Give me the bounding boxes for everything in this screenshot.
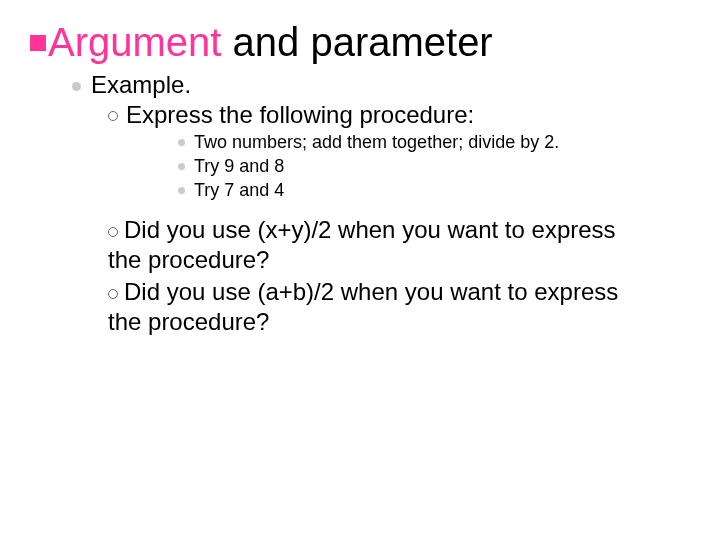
level3-text-c: Try 7 and 4 xyxy=(194,180,284,201)
title-accent-word: Argument xyxy=(48,20,221,64)
level3-text-b: Try 9 and 8 xyxy=(194,156,284,177)
level2-text: Express the following procedure: xyxy=(126,101,474,129)
bullet-level2-q2: Did you use (a+b)/2 when you want to exp… xyxy=(108,277,690,337)
bullet-level1-example: Example. xyxy=(72,71,690,99)
level3-text-a: Two numbers; add them together; divide b… xyxy=(194,132,559,153)
level1-text: Example. xyxy=(91,71,191,99)
q2-line2: the procedure? xyxy=(108,307,690,337)
bullet-level2-express: Express the following procedure: xyxy=(108,101,690,129)
q2-line1: Did you use (a+b)/2 when you want to exp… xyxy=(124,278,618,305)
q1-line1: Did you use (x+y)/2 when you want to exp… xyxy=(124,216,616,243)
title-text: Argument and parameter xyxy=(48,20,493,65)
q1-line2: the procedure? xyxy=(108,245,690,275)
circle-bullet-icon xyxy=(108,227,118,237)
square-bullet-icon xyxy=(30,35,46,51)
bullet-level3-a: Two numbers; add them together; divide b… xyxy=(178,132,690,153)
title-rest: and parameter xyxy=(221,20,492,64)
bullet-level2-q1: Did you use (x+y)/2 when you want to exp… xyxy=(108,215,690,275)
slide-title: Argument and parameter xyxy=(30,20,690,65)
small-disc-bullet-icon xyxy=(178,187,185,194)
circle-bullet-icon xyxy=(108,111,118,121)
disc-bullet-icon xyxy=(72,82,81,91)
bullet-level3-b: Try 9 and 8 xyxy=(178,156,690,177)
circle-bullet-icon xyxy=(108,289,118,299)
small-disc-bullet-icon xyxy=(178,139,185,146)
small-disc-bullet-icon xyxy=(178,163,185,170)
bullet-level3-c: Try 7 and 4 xyxy=(178,180,690,201)
